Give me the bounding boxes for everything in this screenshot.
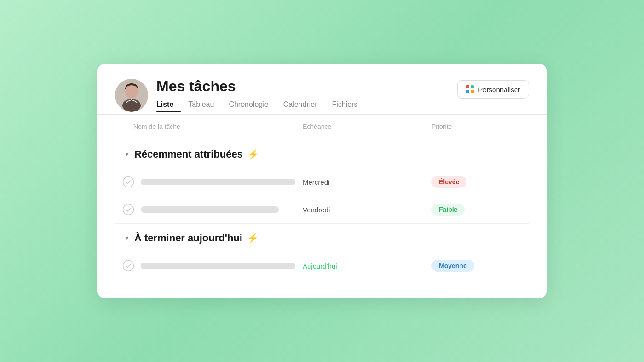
status-badge: Moyenne — [431, 260, 474, 272]
tabs-nav: Liste Tableau Chronologie Calendrier Fic… — [156, 98, 365, 112]
priority-cell: Faible — [428, 197, 529, 222]
task-name-bar — [141, 179, 295, 185]
priority-cell: Moyenne — [428, 253, 529, 278]
section-header-recent: ▼ Récemment attribuées ⚡ — [115, 138, 529, 169]
lightning-icon-today: ⚡ — [247, 233, 259, 244]
svg-point-5 — [123, 261, 134, 271]
table-row: Vendredi Faible — [115, 196, 529, 224]
svg-point-2 — [125, 85, 138, 98]
header-divider — [97, 114, 547, 115]
personalize-button[interactable]: Personnaliser — [457, 80, 529, 99]
section-title-recent: Récemment attribuées — [134, 148, 243, 160]
check-circle-icon[interactable] — [122, 204, 134, 216]
table-row: Aujourd'hui Moyenne — [115, 252, 529, 280]
task-name-cell — [115, 197, 299, 222]
table-row: Mercredi Élevée — [115, 169, 529, 196]
avatar — [115, 79, 148, 112]
col-header-name: Nom de la tâche — [115, 121, 299, 132]
header: Mes tâches Liste Tableau Chronologie Cal… — [115, 78, 529, 112]
task-name-bar — [141, 206, 279, 213]
svg-point-3 — [123, 177, 134, 187]
tab-chronologie[interactable]: Chronologie — [221, 98, 276, 112]
lightning-icon-recent: ⚡ — [247, 149, 259, 160]
header-left: Mes tâches Liste Tableau Chronologie Cal… — [115, 78, 365, 112]
col-header-due: Échéance — [299, 121, 428, 132]
page-title: Mes tâches — [156, 78, 365, 94]
svg-point-4 — [123, 204, 134, 215]
task-table: Nom de la tâche Échéance Priorité ▼ Réce… — [115, 116, 529, 280]
tab-tableau[interactable]: Tableau — [181, 98, 221, 112]
due-date-cell-today: Aujourd'hui — [299, 256, 428, 276]
chevron-down-icon[interactable]: ▼ — [124, 235, 130, 241]
status-badge: Élevée — [431, 176, 466, 188]
table-header: Nom de la tâche Échéance Priorité — [115, 116, 529, 138]
status-badge: Faible — [431, 204, 465, 216]
col-header-priority: Priorité — [428, 121, 529, 132]
main-card: Mes tâches Liste Tableau Chronologie Cal… — [97, 64, 547, 298]
personalize-icon — [466, 85, 474, 93]
tab-calendrier[interactable]: Calendrier — [276, 98, 325, 112]
section-header-today: ▼ À terminer aujourd'hui ⚡ — [115, 224, 529, 252]
task-name-cell — [115, 253, 299, 278]
check-circle-icon[interactable] — [122, 260, 134, 272]
priority-cell: Élevée — [428, 169, 529, 194]
header-title-section: Mes tâches Liste Tableau Chronologie Cal… — [156, 78, 365, 112]
chevron-down-icon[interactable]: ▼ — [124, 151, 130, 158]
task-name-cell — [115, 169, 299, 194]
section-title-today: À terminer aujourd'hui — [134, 232, 242, 244]
tab-liste[interactable]: Liste — [156, 98, 181, 112]
tab-fichiers[interactable]: Fichiers — [324, 98, 365, 112]
task-name-bar — [141, 263, 295, 269]
svg-point-1 — [122, 99, 141, 112]
due-date-cell: Mercredi — [299, 172, 428, 193]
due-date-cell: Vendredi — [299, 199, 428, 220]
check-circle-icon[interactable] — [122, 176, 134, 188]
personalize-label: Personnaliser — [478, 86, 520, 93]
